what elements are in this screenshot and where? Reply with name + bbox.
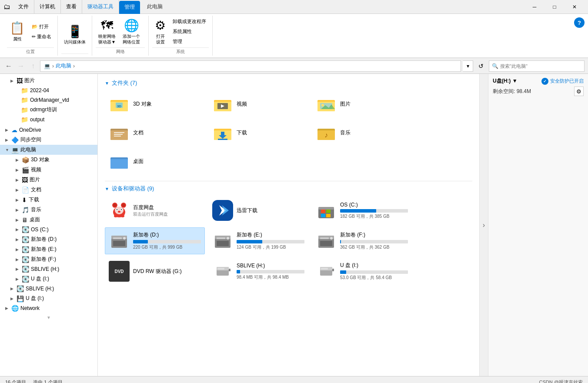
sidebar-item-udisk2[interactable]: ▶ 💾 U 盘 (I:) — [0, 293, 97, 303]
svg-text:♪: ♪ — [324, 131, 328, 139]
tab-view[interactable]: 查看 — [61, 0, 82, 14]
svg-point-33 — [122, 203, 125, 207]
sidebar-item-2022-04[interactable]: 📁 2022-04 — [0, 86, 97, 95]
devices-section-header[interactable]: ▼ 设备和驱动器 (9) — [105, 181, 472, 193]
sidebar-item-syncspace[interactable]: ▶ 🔷 同步空间 — [0, 135, 97, 145]
tab-driver-tools[interactable]: 驱动器工具 — [82, 0, 119, 14]
sidebar-item-h-drive[interactable]: ▶ 💽 SBLIVE (H:) — [0, 264, 97, 274]
sidebar-item-e-drive[interactable]: ▶ 💽 新加卷 (E:) — [0, 244, 97, 254]
svg-rect-47 — [321, 210, 325, 213]
sidebar-item-pictures[interactable]: ▶ 🖼 图片 — [0, 76, 97, 86]
minimize-button[interactable]: ─ — [525, 0, 545, 14]
folder-3d-label: 3D 对象 — [133, 100, 152, 108]
svg-point-39 — [121, 209, 122, 210]
right-panel-drive-label[interactable]: U盘(H:) ▼ — [493, 77, 518, 85]
forward-button[interactable]: → — [16, 60, 26, 72]
sidebar-label-desktop: 桌面 — [30, 216, 40, 223]
sidebar-label-pictures: 图片 — [24, 77, 35, 84]
sidebar-scroll-down[interactable]: ▼ — [0, 313, 97, 322]
sidebar-item-images[interactable]: ▶ 🖼 图片 — [0, 175, 97, 185]
c-drive-icon — [316, 200, 337, 221]
tab-file[interactable]: 文件 — [13, 0, 34, 14]
sidebar-item-odrmgr[interactable]: 📁 odrmgr培训 — [0, 105, 97, 115]
ribbon-btn-open[interactable]: 📂 打开 — [29, 22, 54, 31]
drive-item-baidu[interactable]: 百度网盘 双击运行百度网盘 — [105, 197, 205, 224]
drive-item-d[interactable]: 新加卷 (D:) 220 GB 可用，共 999 GB — [105, 227, 205, 254]
close-button[interactable]: ✕ — [565, 0, 585, 14]
h-drive-sidebar-icon: 💽 — [22, 266, 29, 273]
tab-manage[interactable]: 管理 — [119, 1, 140, 14]
main-area: ▶ 🖼 图片 📁 2022-04 📁 OdrManager_vtd 📁 odrm… — [0, 74, 588, 376]
drive-item-udisk[interactable]: U 盘 (I:) 53.0 GB 可用，共 58.4 GB — [312, 258, 412, 285]
sidebar-item-d-drive[interactable]: ▶ 💽 新加卷 (D:) — [0, 234, 97, 244]
sidebar-item-sblive2[interactable]: ▶ 💽 SBLIVE (H:) — [0, 284, 97, 293]
folder-item-docs[interactable]: 文档 — [105, 120, 205, 145]
svg-point-41 — [114, 215, 117, 217]
sidebar-item-onedrive[interactable]: ▶ ☁ OneDrive — [0, 125, 97, 135]
tab-computer[interactable]: 计算机 — [34, 0, 61, 14]
ribbon-btn-mapnet[interactable]: 🗺 映射网络驱动器▼ — [96, 17, 118, 47]
sblive2-icon: 💽 — [17, 285, 24, 292]
search-box: 🔍 — [489, 60, 585, 72]
ribbon-btn-media[interactable]: 📱 访问媒体体 — [61, 23, 88, 47]
ribbon-btn-open-settings[interactable]: ⚙ 打开设置 — [152, 17, 168, 47]
sidebar-item-desktop[interactable]: ▶ 🖥 桌面 — [0, 215, 97, 225]
breadcrumb-thispc[interactable]: 此电脑 — [56, 62, 71, 70]
folder-item-pictures[interactable]: 图片 — [312, 91, 412, 117]
folder-item-3d[interactable]: 3D 3D 对象 — [105, 91, 205, 117]
back-button[interactable]: ← — [3, 60, 14, 72]
content-area: ▼ 文件夹 (7) 3D 3D 对象 — [98, 74, 479, 376]
ribbon-group-label-media — [61, 53, 88, 55]
sidebar-item-downloads[interactable]: ▶ ⬇ 下载 — [0, 195, 97, 205]
expand-arrow-panel[interactable]: › — [479, 74, 488, 376]
folder-icon-odrmgr: 📁 — [21, 107, 28, 113]
folder-item-video[interactable]: 视频 — [208, 91, 308, 117]
sidebar-item-output[interactable]: 📁 output — [0, 115, 97, 124]
address-dropdown-btn[interactable]: ▾ — [463, 60, 473, 72]
drive-item-f[interactable]: 新加卷 (F:) 362 GB 可用，共 362 GB — [312, 227, 412, 254]
sidebar-item-thispc[interactable]: ▼ 💻 此电脑 — [0, 145, 97, 155]
sidebar-item-3d-obj[interactable]: ▶ 📦 3D 对象 — [0, 155, 97, 165]
ribbon-btn-manage[interactable]: 管理 — [170, 37, 209, 46]
up-button[interactable]: ↑ — [28, 60, 38, 72]
drive-item-sblive[interactable]: SBLIVE (H:) 98.4 MB 可用，共 98.4 MB — [208, 258, 308, 285]
ribbon-btn-rename[interactable]: ✏ 重命名 — [29, 32, 54, 41]
ribbon-help-btn[interactable]: ? — [574, 17, 585, 28]
folders-section-header[interactable]: ▼ 文件夹 (7) — [105, 79, 472, 87]
search-input[interactable] — [500, 63, 581, 69]
security-badge: ✓ 安全防护已开启 — [541, 78, 584, 85]
drive-item-c[interactable]: OS (C:) 182 GB 可用，共 385 GB — [312, 197, 412, 224]
ribbon-btn-uninstall[interactable]: 卸载或更改程序 — [170, 17, 209, 26]
ribbon-btn-addnet[interactable]: 🌐 添加一个网络位置 — [120, 17, 143, 47]
refresh-button[interactable]: ↺ — [475, 60, 487, 72]
address-path-display[interactable]: 💻 › 此电脑 › — [40, 60, 461, 72]
sidebar-item-music[interactable]: ▶ 🎵 音乐 — [0, 205, 97, 215]
drive-item-dvd[interactable]: DVD DVD RW 驱动器 (G:) — [105, 258, 205, 285]
sidebar-item-odrmanager[interactable]: 📁 OdrManager_vtd — [0, 95, 97, 105]
sidebar-label-music: 音乐 — [31, 206, 41, 213]
sidebar-item-f-drive[interactable]: ▶ 💽 新加卷 (F:) — [0, 254, 97, 264]
folder-item-desktop[interactable]: 桌面 — [105, 149, 205, 174]
e-drive-icon — [212, 230, 233, 251]
ribbon-btn-properties[interactable]: 📋 属性 — [7, 19, 27, 44]
maximize-button[interactable]: □ — [545, 0, 565, 14]
sidebar-item-docs[interactable]: ▶ 📄 文档 — [0, 185, 97, 195]
xunlei-icon — [212, 200, 233, 221]
ribbon-btn-sysinfo[interactable]: 系统属性 — [170, 27, 209, 36]
svg-rect-58 — [217, 237, 225, 239]
folder-music-label: 音乐 — [340, 129, 351, 137]
sidebar-item-video[interactable]: ▶ 🎬 视频 — [0, 165, 97, 175]
folder-item-music[interactable]: ♪ 音乐 — [312, 120, 412, 145]
sidebar-item-c-drive[interactable]: ▶ 💽 OS (C:) — [0, 225, 97, 234]
drive-item-e[interactable]: 新加卷 (E:) 124 GB 可用，共 199 GB — [208, 227, 308, 254]
drive-item-xunlei[interactable]: 迅雷下载 — [208, 197, 308, 224]
breadcrumb-arrow: › — [73, 63, 75, 69]
gear-button[interactable]: ⚙ — [574, 87, 584, 96]
folder-item-downloads[interactable]: 下载 — [208, 120, 308, 145]
media-icon: 📱 — [67, 24, 83, 39]
sidebar-item-i-drive[interactable]: ▶ 💽 U 盘 (I:) — [0, 274, 97, 284]
folders-section-label: 文件夹 (7) — [112, 79, 137, 87]
sidebar-item-network[interactable]: ▶ 🌐 Network — [0, 303, 97, 313]
udisk-drive-name: U 盘 (I:) — [340, 262, 408, 269]
music-sidebar-icon: 🎵 — [22, 206, 29, 213]
